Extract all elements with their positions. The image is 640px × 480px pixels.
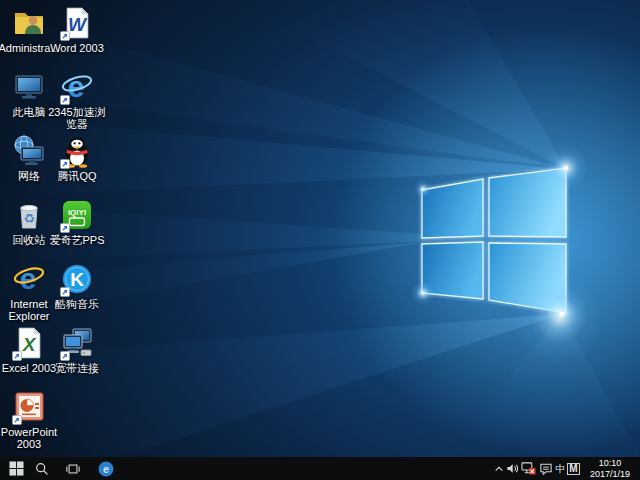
kugou-music-icon: K [60, 262, 94, 296]
2345-browser-icon: e [98, 461, 114, 477]
svg-text:e: e [20, 262, 37, 295]
2345-browser-icon: e [60, 70, 94, 104]
desktop-icon-iqiyi-pps[interactable]: iQIYI 爱奇艺PPS [45, 198, 109, 246]
desktop-icon-powerpoint-2003[interactable]: PowerPoint 2003 [0, 390, 61, 450]
desktop-icon-kugou-music[interactable]: K 酷狗音乐 [45, 262, 109, 310]
recycle-bin-icon: ♻ [12, 198, 46, 232]
task-view-icon [66, 462, 80, 476]
svg-text:K: K [70, 269, 84, 290]
shortcut-arrow-icon [60, 287, 70, 297]
windows-logo-icon [9, 461, 24, 476]
icon-label: PowerPoint 2003 [0, 426, 61, 450]
search-icon [35, 462, 49, 476]
desktop[interactable]: Administra... 此电脑 [0, 0, 640, 457]
desktop-icon-broadband[interactable]: 宽带连接 [45, 326, 109, 374]
hidden-icons-chevron[interactable] [491, 457, 506, 480]
start-button[interactable] [3, 457, 29, 480]
clock-time: 10:10 [582, 458, 638, 469]
word-document-icon: W [60, 6, 94, 40]
icon-label: 酷狗音乐 [45, 298, 109, 310]
action-center-tray-icon[interactable] [538, 457, 553, 480]
taskbar: e 中 M 10:10 2017/1/19 [0, 457, 640, 480]
svg-text:♻: ♻ [23, 211, 35, 226]
clock-date: 2017/1/19 [582, 469, 638, 480]
internet-explorer-icon: e [12, 262, 46, 296]
icon-label: Word 2003 [45, 42, 109, 54]
user-folder-icon [12, 6, 46, 40]
shortcut-arrow-icon [12, 351, 22, 361]
svg-text:e: e [103, 463, 109, 475]
task-view-button[interactable] [60, 457, 86, 480]
icon-label: 2345加速浏览器 [45, 106, 109, 130]
shortcut-arrow-icon [60, 159, 70, 169]
qq-penguin-icon [60, 134, 94, 168]
network-tray-icon[interactable] [521, 457, 536, 480]
shortcut-arrow-icon [12, 415, 22, 425]
ime-badge-icon: M [567, 463, 579, 475]
icon-label: 爱奇艺PPS [45, 234, 109, 246]
desktop-icon-tencent-qq[interactable]: 腾讯QQ [45, 134, 109, 182]
chevron-up-icon [494, 464, 504, 474]
desktop-icon-word-2003[interactable]: W Word 2003 [45, 6, 109, 54]
speaker-icon [506, 462, 519, 475]
shortcut-arrow-icon [60, 351, 70, 361]
volume-tray-icon[interactable] [505, 457, 520, 480]
search-button[interactable] [29, 457, 55, 480]
shortcut-arrow-icon [60, 31, 70, 41]
taskbar-clock[interactable]: 10:10 2017/1/19 [582, 458, 638, 479]
svg-text:W: W [68, 14, 88, 35]
svg-text:X: X [22, 334, 37, 355]
svg-text:e: e [68, 70, 85, 103]
shortcut-arrow-icon [60, 223, 70, 233]
svg-text:iQIYI: iQIYI [68, 208, 86, 217]
shortcut-arrow-icon [60, 95, 70, 105]
input-mode-text: 中 [556, 462, 566, 476]
network-globe-icon [12, 134, 46, 168]
action-center-icon [539, 462, 553, 476]
icon-label: 腾讯QQ [45, 170, 109, 182]
iqiyi-pps-icon: iQIYI [60, 198, 94, 232]
powerpoint-icon [12, 390, 46, 424]
desktop-icon-2345-browser[interactable]: e 2345加速浏览器 [45, 70, 109, 130]
broadband-connection-icon [60, 326, 94, 360]
taskbar-2345-browser-button[interactable]: e [93, 457, 119, 480]
excel-document-icon: X [12, 326, 46, 360]
icon-label: 宽带连接 [45, 362, 109, 374]
ime-indicator[interactable]: M [566, 457, 581, 480]
network-disconnected-icon [521, 461, 536, 476]
computer-monitor-icon [12, 70, 46, 104]
